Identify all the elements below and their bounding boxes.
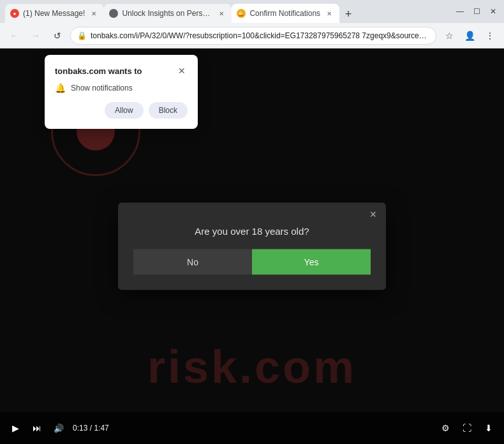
window-controls: — ☐ ✕ bbox=[454, 6, 499, 17]
time-display: 0:13 / 1:47 bbox=[73, 424, 109, 433]
bookmark-icon: ☆ bbox=[445, 31, 454, 41]
tab1-favicon: ● bbox=[10, 9, 19, 18]
menu-button[interactable]: ⋮ bbox=[481, 27, 499, 45]
volume-icon: 🔊 bbox=[54, 424, 64, 433]
age-no-button[interactable]: No bbox=[133, 249, 252, 275]
popup-notification-text: Show notifications bbox=[71, 84, 133, 93]
age-dialog-header: ✕ bbox=[118, 203, 386, 221]
reload-button[interactable]: ↺ bbox=[48, 27, 66, 45]
address-bar[interactable]: 🔒 tonbaks.com/i/PA/32/0/WW/?resubscripti… bbox=[70, 27, 436, 45]
tab2-title: Unlock Insights on Personal Fi... bbox=[122, 9, 212, 18]
tabs-container: ● (1) New Message! ✕ Unlock Insights on … bbox=[5, 0, 452, 23]
popup-bell-icon: 🔔 bbox=[55, 83, 66, 93]
navigation-bar: ← → ↺ 🔒 tonbaks.com/i/PA/32/0/WW/?resubs… bbox=[0, 23, 504, 48]
popup-notification-row: 🔔 Show notifications bbox=[55, 83, 188, 93]
tab2-close-icon[interactable]: ✕ bbox=[216, 8, 226, 18]
back-button[interactable]: ← bbox=[5, 27, 23, 45]
dialog-close-icon: ✕ bbox=[369, 209, 377, 219]
allow-button[interactable]: Allow bbox=[105, 102, 144, 119]
bookmark-button[interactable]: ☆ bbox=[440, 27, 458, 45]
tab-confirm-notifications[interactable]: 🔔 Confirm Notifications ✕ bbox=[232, 4, 339, 23]
time-total: 1:47 bbox=[94, 424, 108, 433]
reload-icon: ↺ bbox=[54, 31, 61, 41]
fullscreen-icon: ⛶ bbox=[463, 423, 471, 433]
skip-icon: ⏭ bbox=[33, 423, 41, 433]
profile-icon: 👤 bbox=[464, 31, 475, 41]
popup-close-icon: ✕ bbox=[178, 66, 186, 76]
minimize-button[interactable]: — bbox=[454, 6, 466, 17]
tab-unlock-insights[interactable]: Unlock Insights on Personal Fi... ✕ bbox=[104, 4, 232, 23]
popup-buttons: Allow Block bbox=[55, 102, 188, 119]
volume-button[interactable]: 🔊 bbox=[51, 420, 66, 436]
popup-header: tonbaks.com wants to ✕ bbox=[55, 65, 188, 77]
gear-icon: ⚙ bbox=[441, 423, 450, 433]
browser-window: ● (1) New Message! ✕ Unlock Insights on … bbox=[0, 0, 504, 444]
url-text: tonbaks.com/i/PA/32/0/WW/?resubscription… bbox=[91, 31, 429, 40]
popup-close-button[interactable]: ✕ bbox=[176, 65, 188, 77]
settings-button[interactable]: ⚙ bbox=[438, 420, 453, 436]
video-right-controls: ⚙ ⛶ ⬇ bbox=[438, 420, 496, 436]
tab-new-message[interactable]: ● (1) New Message! ✕ bbox=[5, 4, 104, 23]
play-icon: ▶ bbox=[12, 423, 19, 433]
age-verification-dialog: ✕ Are you over 18 years old? No Yes bbox=[118, 203, 386, 290]
forward-button[interactable]: → bbox=[27, 27, 45, 45]
download-button[interactable]: ⬇ bbox=[481, 420, 496, 436]
title-bar: ● (1) New Message! ✕ Unlock Insights on … bbox=[0, 0, 504, 23]
dialog-close-button[interactable]: ✕ bbox=[367, 208, 380, 221]
notification-popup: tonbaks.com wants to ✕ 🔔 Show notificati… bbox=[45, 55, 198, 129]
download-icon: ⬇ bbox=[485, 423, 493, 433]
close-button[interactable]: ✕ bbox=[487, 6, 499, 17]
forward-icon: → bbox=[31, 31, 40, 41]
maximize-button[interactable]: ☐ bbox=[471, 6, 482, 17]
fullscreen-button[interactable]: ⛶ bbox=[459, 420, 475, 436]
popup-title: tonbaks.com wants to bbox=[55, 66, 142, 76]
block-button[interactable]: Block bbox=[149, 102, 188, 119]
tab1-close-icon[interactable]: ✕ bbox=[89, 8, 99, 18]
back-icon: ← bbox=[10, 31, 19, 41]
lock-icon: 🔒 bbox=[77, 31, 87, 40]
age-buttons: No Yes bbox=[133, 249, 371, 275]
age-dialog-content: Are you over 18 years old? No Yes bbox=[118, 221, 386, 290]
new-tab-button[interactable]: + bbox=[339, 5, 357, 23]
tab3-favicon: 🔔 bbox=[237, 9, 246, 18]
nav-right-controls: ☆ 👤 ⋮ bbox=[440, 27, 499, 45]
watermark: risk.com bbox=[147, 341, 357, 393]
menu-icon: ⋮ bbox=[485, 31, 494, 41]
play-button[interactable]: ▶ bbox=[8, 420, 23, 436]
video-controls: ▶ ⏭ 🔊 0:13 / 1:47 ⚙ ⛶ bbox=[0, 412, 504, 444]
age-yes-button[interactable]: Yes bbox=[252, 249, 371, 275]
tab1-title: (1) New Message! bbox=[23, 9, 85, 18]
tab3-title: Confirm Notifications bbox=[249, 9, 320, 18]
tab2-favicon bbox=[109, 9, 118, 18]
age-question: Are you over 18 years old? bbox=[133, 226, 371, 237]
tab3-close-icon[interactable]: ✕ bbox=[324, 8, 334, 18]
profile-button[interactable]: 👤 bbox=[461, 27, 478, 45]
skip-button[interactable]: ⏭ bbox=[29, 420, 45, 436]
page-content: risk.com ▶ ⏭ 🔊 0:13 / 1:47 ⚙ bbox=[0, 48, 504, 444]
time-current: 0:13 bbox=[73, 424, 87, 433]
